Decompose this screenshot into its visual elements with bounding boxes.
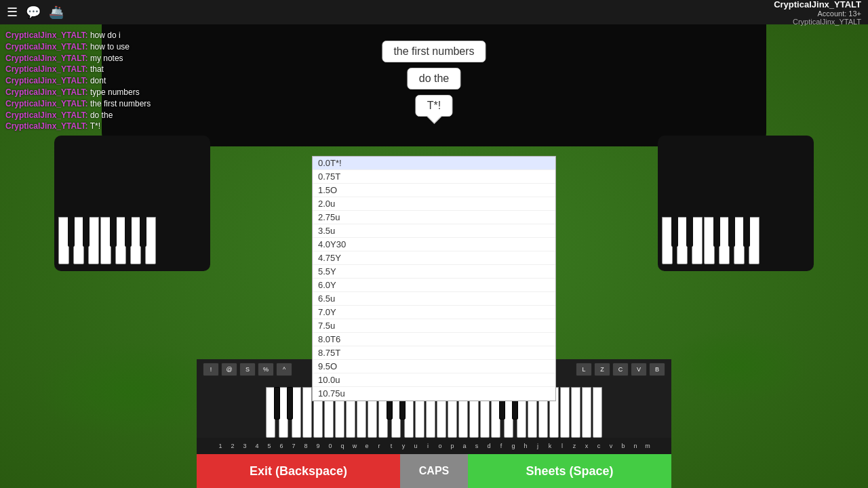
dropdown-item-6[interactable]: 4.0Y30 bbox=[313, 238, 555, 251]
key-5[interactable]: 5 bbox=[264, 440, 275, 452]
dropdown-item-12[interactable]: 7.5u bbox=[313, 319, 555, 333]
dropdown-item-10[interactable]: 6.5u bbox=[313, 292, 555, 306]
dropdown-item-16[interactable]: 10.0u bbox=[313, 373, 555, 387]
speech-bubble-1: the first numbers bbox=[382, 41, 486, 62]
mini-key[interactable] bbox=[110, 217, 117, 247]
dropdown-item-13[interactable]: 8.0T6 bbox=[313, 333, 555, 346]
key-s[interactable]: s bbox=[471, 440, 483, 452]
key-z[interactable]: z bbox=[569, 440, 580, 452]
key-s[interactable]: S bbox=[239, 363, 256, 376]
key-i[interactable]: i bbox=[422, 440, 434, 452]
key-w[interactable]: w bbox=[349, 440, 361, 452]
mini-key[interactable] bbox=[692, 217, 703, 264]
mini-key[interactable] bbox=[145, 217, 156, 264]
key-e[interactable]: e bbox=[361, 440, 373, 452]
key-v[interactable]: V bbox=[631, 363, 647, 376]
key-o[interactable]: o bbox=[435, 440, 446, 452]
mini-key[interactable] bbox=[83, 217, 90, 247]
mini-key[interactable] bbox=[728, 217, 735, 247]
mini-key[interactable] bbox=[713, 217, 720, 247]
key-r[interactable]: r bbox=[374, 440, 385, 452]
key-f[interactable]: f bbox=[496, 440, 507, 452]
key-percent[interactable]: % bbox=[258, 363, 274, 376]
piano-key-35[interactable] bbox=[593, 387, 602, 438]
mini-key[interactable] bbox=[125, 217, 132, 247]
key-n[interactable]: n bbox=[630, 440, 642, 452]
dropdown-item-8[interactable]: 5.5Y bbox=[313, 265, 555, 279]
mini-key[interactable] bbox=[88, 217, 99, 264]
mini-key[interactable] bbox=[68, 217, 75, 247]
key-t[interactable]: t bbox=[386, 440, 397, 452]
piano-key-4[interactable] bbox=[292, 387, 301, 438]
key-9[interactable]: 9 bbox=[313, 440, 324, 452]
piano-key-1[interactable] bbox=[274, 387, 280, 420]
dropdown-scroll[interactable]: 0.0T*!0.75T1.5O2.0u2.75u3.5u4.0Y304.75Y5… bbox=[313, 157, 555, 401]
key-2[interactable]: 2 bbox=[227, 440, 239, 452]
piano-key-32[interactable] bbox=[560, 387, 570, 438]
key-x[interactable]: x bbox=[581, 440, 593, 452]
key-6[interactable]: 6 bbox=[276, 440, 288, 452]
dropdown-item-15[interactable]: 9.5O bbox=[313, 360, 555, 373]
key-exclaim[interactable]: ! bbox=[203, 363, 219, 376]
key-4[interactable]: 4 bbox=[252, 440, 263, 452]
symbol-keys-left: ! @ S % ^ bbox=[202, 362, 293, 377]
chat-icon[interactable]: 💬 bbox=[26, 5, 41, 20]
piano-key-34[interactable] bbox=[582, 387, 591, 438]
menu-icon[interactable]: ☰ bbox=[7, 5, 18, 20]
key-u[interactable]: u bbox=[410, 440, 422, 452]
key-l[interactable]: l bbox=[557, 440, 568, 452]
mini-key[interactable] bbox=[671, 217, 678, 247]
key-m[interactable]: m bbox=[642, 440, 654, 452]
dropdown-item-2[interactable]: 1.5O bbox=[313, 184, 555, 197]
key-g[interactable]: g bbox=[508, 440, 519, 452]
caps-button[interactable]: CAPS bbox=[400, 454, 468, 488]
dropdown-item-3[interactable]: 2.0u bbox=[313, 197, 555, 211]
key-p[interactable]: p bbox=[447, 440, 458, 452]
bag-icon[interactable]: 🚢 bbox=[49, 5, 64, 20]
dropdown-item-4[interactable]: 2.75u bbox=[313, 211, 555, 224]
key-k[interactable]: k bbox=[545, 440, 556, 452]
sheets-button[interactable]: Sheets (Space) bbox=[468, 454, 671, 488]
dropdown-item-11[interactable]: 7.0Y bbox=[313, 306, 555, 319]
key-d[interactable]: d bbox=[484, 440, 495, 452]
mini-key[interactable] bbox=[743, 217, 750, 247]
key-1[interactable]: 1 bbox=[215, 440, 226, 452]
key-l[interactable]: L bbox=[576, 363, 592, 376]
keyboard-letter-row: 1234567890qwertyuiopasdfghjklzxcvbnm bbox=[197, 438, 671, 454]
piano-key-33[interactable] bbox=[571, 387, 580, 438]
dropdown-item-5[interactable]: 3.5u bbox=[313, 224, 555, 238]
key-at[interactable]: @ bbox=[221, 363, 237, 376]
key-caret[interactable]: ^ bbox=[276, 363, 292, 376]
dropdown-item-17[interactable]: 10.75u bbox=[313, 387, 555, 401]
key-v[interactable]: v bbox=[606, 440, 617, 452]
key-8[interactable]: 8 bbox=[300, 440, 312, 452]
piano-key-3[interactable] bbox=[287, 387, 293, 420]
mini-key[interactable] bbox=[749, 217, 760, 264]
dropdown-item-9[interactable]: 6.0Y bbox=[313, 279, 555, 292]
chat-username-3: CrypticalJinx_YTALT: bbox=[5, 54, 88, 63]
mini-key[interactable] bbox=[686, 217, 693, 247]
piano-side-left bbox=[54, 136, 210, 271]
key-a[interactable]: a bbox=[459, 440, 471, 452]
key-z[interactable]: Z bbox=[594, 363, 610, 376]
key-b[interactable]: b bbox=[618, 440, 629, 452]
dropdown-list[interactable]: 0.0T*!0.75T1.5O2.0u2.75u3.5u4.0Y304.75Y5… bbox=[312, 156, 556, 401]
bottom-buttons: Exit (Backspace) CAPS Sheets (Space) bbox=[197, 454, 671, 488]
key-b[interactable]: B bbox=[649, 363, 665, 376]
key-h[interactable]: h bbox=[520, 440, 532, 452]
dropdown-item-1[interactable]: 0.75T bbox=[313, 170, 555, 184]
dropdown-item-14[interactable]: 8.75T bbox=[313, 346, 555, 360]
key-j[interactable]: j bbox=[532, 440, 544, 452]
mini-key[interactable] bbox=[140, 217, 146, 247]
exit-button[interactable]: Exit (Backspace) bbox=[197, 454, 400, 488]
key-c[interactable]: C bbox=[612, 363, 629, 376]
key-q[interactable]: q bbox=[337, 440, 349, 452]
piano-key-5[interactable] bbox=[302, 387, 312, 438]
dropdown-item-0[interactable]: 0.0T*! bbox=[313, 157, 555, 170]
key-3[interactable]: 3 bbox=[239, 440, 251, 452]
key-y[interactable]: y bbox=[398, 440, 410, 452]
key-7[interactable]: 7 bbox=[288, 440, 300, 452]
key-c[interactable]: c bbox=[593, 440, 605, 452]
key-0[interactable]: 0 bbox=[325, 440, 336, 452]
dropdown-item-7[interactable]: 4.75Y bbox=[313, 251, 555, 265]
